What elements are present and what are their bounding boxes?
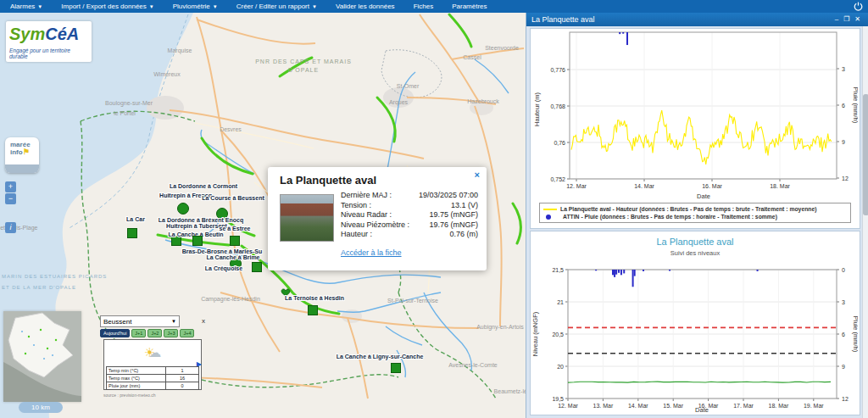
info-button[interactable]: i <box>5 222 16 233</box>
nav-item-6[interactable]: Paramètres <box>448 3 490 10</box>
maree-info-button[interactable]: marée info⚑ <box>5 137 39 173</box>
ytick-right-label: 0 <box>842 267 845 273</box>
weather-tabs: Aujourd'huiJ+1J+2J+3J+4 <box>100 329 194 337</box>
series-line <box>571 110 832 164</box>
popup-row-0: Dernière MAJ :19/03/2025 07:00 <box>341 191 478 201</box>
xtick-label: 12. Mar <box>566 183 587 189</box>
rain-bar <box>757 270 759 271</box>
logo-text-sym: Sym <box>9 25 45 43</box>
rain-bar <box>623 270 625 273</box>
popup-row-2: Niveau Radar :19.75 (mNGF) <box>341 210 478 220</box>
station-label[interactable]: se à Estree <box>220 226 251 231</box>
station-marker-square[interactable] <box>392 364 401 373</box>
zoom-out-button[interactable]: − <box>5 193 16 204</box>
rain-bar <box>612 270 614 275</box>
legend-entry-hauteur: La Planquette aval - Hauteur (données : … <box>560 205 817 213</box>
station-popup: × La Planquette aval Dernière MAJ :19/03… <box>268 167 487 270</box>
station-sheet-link[interactable]: Accéder à la fiche <box>341 248 402 257</box>
station-marker-square[interactable] <box>193 237 203 246</box>
chevron-down-icon: ▼ <box>149 4 154 9</box>
close-icon[interactable]: ✕ <box>854 16 860 23</box>
place-label: Cassel <box>463 54 481 60</box>
weather-tab-0[interactable]: Aujourd'hui <box>100 329 130 337</box>
xtick-label: 12. Mar <box>558 403 578 409</box>
station-label[interactable]: La Canche à Ligny-sur-Canche <box>337 354 424 360</box>
station-marker-square[interactable] <box>309 306 318 315</box>
station-label[interactable]: La Canche à Brime <box>206 254 259 260</box>
flag-icon: ⚑ <box>23 148 30 156</box>
station-marker-square[interactable] <box>172 237 181 246</box>
xtick-label: 14. Mar <box>634 183 654 189</box>
niveau-chart[interactable]: 19,52020,52121,503691212. Mar13. Mar14. … <box>531 231 858 414</box>
chevron-down-icon: ▼ <box>37 4 42 9</box>
symcea-logo: SymCéA Engagé pour un territoire durable <box>6 21 92 62</box>
rain-bar <box>634 270 636 276</box>
chart-card-niveau: La Planquette aval Suivi des niveaux 19,… <box>530 231 860 415</box>
weather-tab-2[interactable]: J+2 <box>147 329 162 337</box>
popup-close-icon[interactable]: × <box>475 170 480 180</box>
rain-bar <box>619 32 620 34</box>
yaxis-left-title: Hauteur (m) <box>533 92 541 126</box>
power-icon[interactable] <box>854 2 863 11</box>
xaxis-title: Date <box>695 406 709 414</box>
station-marker-square[interactable] <box>128 229 137 238</box>
ytick-label: 19,5 <box>552 396 564 402</box>
zoom-in-button[interactable]: + <box>5 181 16 192</box>
nav-item-2[interactable]: Pluviométrie▼ <box>170 3 221 10</box>
window-titlebar[interactable]: La Planquette aval – ❐ ✕ <box>526 13 868 26</box>
maximize-icon[interactable]: ❐ <box>843 16 849 23</box>
weather-station-select[interactable]: Beussent▼ <box>100 315 180 327</box>
weather-table: Temp min (°C)1Temp max (°C)16Pluie jour … <box>106 366 199 390</box>
xtick-label: 16. Mar <box>702 183 722 189</box>
scrollbar-track[interactable] <box>862 26 868 418</box>
station-label[interactable]: La Car <box>126 216 145 222</box>
series-line <box>568 382 831 382</box>
hauteur-chart[interactable]: 0,7520,760,7680,7763691212. Mar14. Mar16… <box>531 29 858 201</box>
weather-close-icon[interactable]: x <box>202 317 205 325</box>
weather-tab-4[interactable]: J+4 <box>180 329 194 337</box>
top-navbar: Alarmes▼Import / Export des données▼Pluv… <box>0 0 868 13</box>
station-label[interactable]: La Dordonne à Cormont <box>170 183 238 189</box>
station-label[interactable]: La Ternoise à Hesdin <box>285 295 344 301</box>
nav-item-3[interactable]: Créer / Editer un rapport▼ <box>233 3 320 10</box>
legend-line-swatch <box>543 209 557 210</box>
chart-legend: La Planquette aval - Hauteur (données : … <box>539 203 851 223</box>
weather-tab-3[interactable]: J+3 <box>164 329 178 337</box>
yaxis-right-title: Pluie (mm/h) <box>852 87 858 124</box>
xaxis-title: Date <box>697 192 710 200</box>
ytick-right-label: 12 <box>842 176 849 181</box>
ytick-right-label: 6 <box>842 332 845 337</box>
window-title: La Planquette aval <box>531 15 595 24</box>
station-label[interactable]: Bras-De-Brosne à Marles-Su <box>182 248 263 254</box>
rain-bar <box>622 32 624 34</box>
ytick-right-label: 6 <box>842 103 845 109</box>
ytick-label: 20,5 <box>552 332 564 337</box>
legend-dot-swatch <box>546 215 551 220</box>
overview-inset-map[interactable] <box>3 311 81 402</box>
station-marker-square[interactable] <box>231 237 240 246</box>
map-scale-control[interactable]: 10 km <box>19 402 63 413</box>
place-label: Desvres <box>220 126 242 132</box>
ytick-right-label: 3 <box>842 299 845 305</box>
station-marker-circle[interactable] <box>178 203 189 215</box>
nav-item-5[interactable]: Fiches <box>410 3 437 10</box>
station-marker-square[interactable] <box>253 263 262 272</box>
minimize-icon[interactable]: – <box>835 16 838 23</box>
rain-bar <box>626 32 628 45</box>
xtick-label: 19. Mar <box>804 403 824 409</box>
station-label[interactable]: La Créquoise <box>205 265 242 272</box>
scrollbar-thumb[interactable] <box>863 94 868 215</box>
nav-item-0[interactable]: Alarmes▼ <box>7 3 46 10</box>
weather-tab-1[interactable]: J+1 <box>131 329 146 337</box>
place-label: Boulogne-sur-Mer <box>105 100 153 107</box>
tide-wave-icon <box>5 164 39 173</box>
nav-item-4[interactable]: Valider les données <box>332 3 398 10</box>
popup-row-3: Niveau Piézomètre :19.76 (mNGF) <box>341 220 478 231</box>
nav-item-1[interactable]: Import / Export des données▼ <box>58 3 157 10</box>
place-label: Beaumetz-lès <box>494 388 526 394</box>
xtick-label: 15. Mar <box>663 403 683 409</box>
ytick-right-label: 3 <box>842 66 845 72</box>
station-label[interactable]: La Course à Beussent <box>202 195 264 201</box>
ytick-right-label: 9 <box>842 364 845 370</box>
xtick-label: 14. Mar <box>628 403 648 409</box>
